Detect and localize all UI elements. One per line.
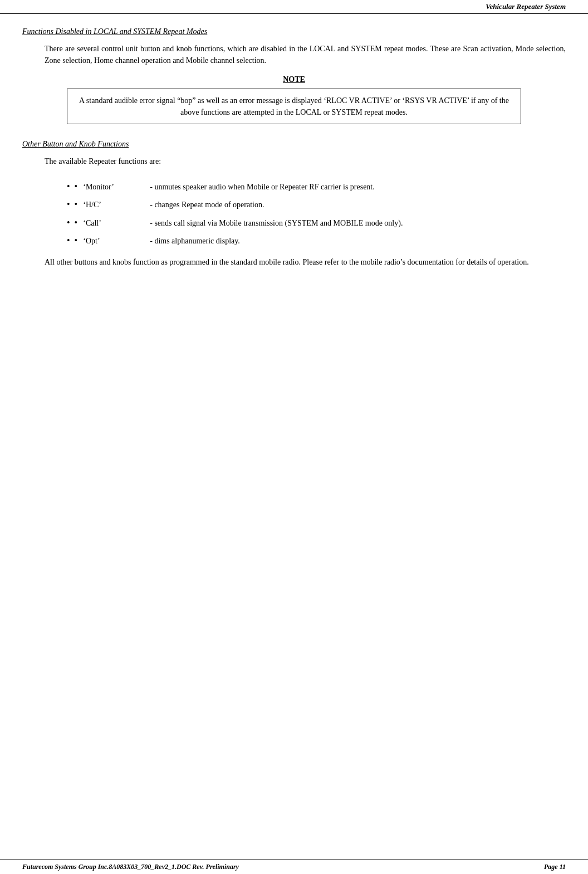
note-box: A standard audible error signal “bop” as… — [67, 89, 521, 124]
bullet-key-0: ‘Monitor’ — [83, 180, 150, 195]
bullet-item: •‘Opt’- dims alphanumeric display. — [67, 232, 566, 249]
section1-heading: Functions Disabled in LOCAL and SYSTEM R… — [22, 27, 566, 43]
bullet-dot: • — [75, 196, 78, 213]
header-title: Vehicular Repeater System — [486, 2, 566, 11]
page-container: Vehicular Repeater System Functions Disa… — [0, 0, 588, 874]
section2-heading-text: Other Button and Knob Functions — [22, 140, 129, 149]
section-gap — [22, 124, 566, 140]
footer-bar: Futurecom Systems Group Inc.8A083X03_700… — [0, 860, 588, 874]
bullet-item: •‘H/C’- changes Repeat mode of operation… — [67, 196, 566, 213]
bullet-desc-0: - unmutes speaker audio when Mobile or R… — [150, 180, 375, 195]
closing-paragraph: All other buttons and knobs function as … — [45, 256, 566, 268]
bullet-dot: • — [75, 178, 78, 195]
bullet-dot: • — [75, 214, 78, 231]
bullet-dot: • — [75, 232, 78, 249]
note-label: NOTE — [22, 75, 566, 84]
section2-heading: Other Button and Knob Functions — [22, 140, 566, 155]
bullet-key-1: ‘H/C’ — [83, 198, 150, 213]
section1-heading-text: Functions Disabled in LOCAL and SYSTEM R… — [22, 27, 207, 36]
bullet-key-3: ‘Opt’ — [83, 234, 150, 249]
bullet-item: •‘Call’- sends call signal via Mobile tr… — [67, 214, 566, 231]
bullet-list: •‘Monitor’- unmutes speaker audio when M… — [67, 178, 566, 250]
section1-intro: There are several control unit button an… — [45, 43, 566, 66]
bullet-desc-2: - sends call signal via Mobile transmiss… — [150, 216, 403, 231]
bullet-item: •‘Monitor’- unmutes speaker audio when M… — [67, 178, 566, 195]
content-area: Functions Disabled in LOCAL and SYSTEM R… — [0, 14, 588, 874]
bullet-desc-3: - dims alphanumeric display. — [150, 234, 240, 249]
footer-left: Futurecom Systems Group Inc.8A083X03_700… — [22, 863, 239, 871]
note-box-text: A standard audible error signal “bop” as… — [79, 96, 509, 116]
bullet-key-2: ‘Call’ — [83, 216, 150, 231]
bullet-desc-1: - changes Repeat mode of operation. — [150, 198, 264, 213]
footer-right: Page 11 — [544, 863, 566, 871]
header-bar: Vehicular Repeater System — [0, 0, 588, 14]
section2-available-text: The available Repeater functions are: — [45, 155, 566, 167]
